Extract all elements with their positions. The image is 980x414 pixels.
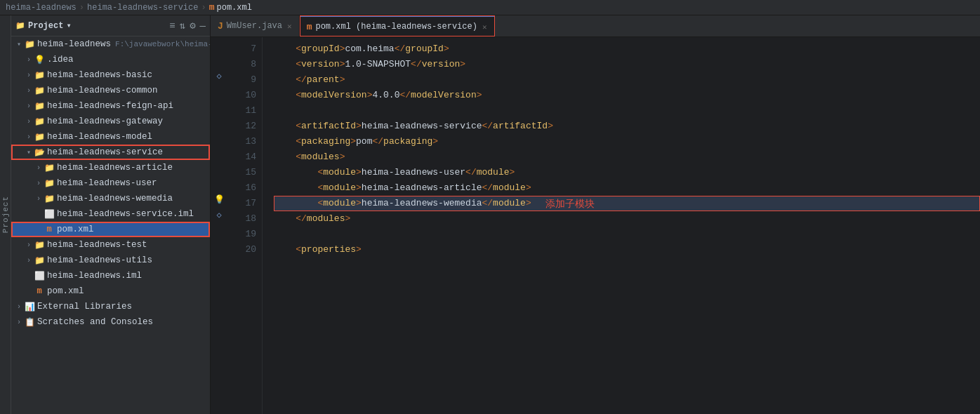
line-num-14: 14: [227, 149, 262, 165]
tree-arrow: ▾: [14, 40, 24, 48]
tree-item-feign-api[interactable]: › 📁 heima-leadnews-feign-api: [11, 98, 210, 114]
xml-file-tab-icon: m: [307, 22, 312, 32]
line-num-8: 8: [227, 57, 262, 72]
tree-label: heima-leadnews: [37, 39, 111, 49]
tree-item-external-libs[interactable]: › 📊 External Libraries: [11, 299, 210, 314]
tree-item-root-iml[interactable]: › ⬜ heima-leadnews.iml: [11, 268, 210, 283]
editor-content: ◇ 💡 ◇ 7 8 9 10 11 12 13: [211, 37, 980, 414]
code-line-17: <module>heima-leadnews-wemedia</module> …: [274, 196, 980, 211]
tree-label: heima-leadnews-service.iml: [57, 209, 194, 219]
project-tree: ▾ 📁 heima-leadnews F:\javawebwork\heima-…: [11, 36, 210, 330]
gutter-14: [211, 145, 227, 161]
tree-item-service[interactable]: ▾ 📂 heima-leadnews-service: [11, 145, 210, 160]
folder-blue-icon: 📁: [44, 162, 55, 173]
tree-arrow: ▾: [24, 148, 34, 156]
xml-icon: m: [34, 286, 45, 297]
tree-label: heima-leadnews-common: [47, 86, 158, 95]
code-line-14: <modules>: [274, 149, 980, 165]
tree-label: pom.xml: [47, 286, 84, 296]
tree-label: heima-leadnews-model: [47, 132, 152, 142]
line-num-7: 7: [227, 41, 262, 57]
folder-blue-icon: 📁: [44, 178, 55, 189]
tree-item-test[interactable]: › 📁 heima-leadnews-test: [11, 237, 210, 253]
gutter-17: 💡: [211, 192, 227, 207]
tree-item-utils[interactable]: › 📁 heima-leadnews-utils: [11, 253, 210, 268]
sidebar: Project 📁 Project ▾ ≡ ⇅ ⚙ —: [0, 15, 211, 414]
line-num-9: 9: [227, 72, 262, 88]
libraries-icon: 📊: [24, 301, 35, 312]
line-num-15: 15: [227, 165, 262, 180]
breadcrumb-part-3[interactable]: m pom.xml: [209, 2, 252, 13]
tree-arrow: ›: [14, 319, 24, 326]
tree-label: Scratches and Consoles: [37, 317, 153, 327]
tree-item-gateway[interactable]: › 📁 heima-leadnews-gateway: [11, 114, 210, 129]
code-line-16: <module>heima-leadnews-article</module>: [274, 180, 980, 196]
tab-wmuser[interactable]: J WmUser.java ✕: [211, 15, 300, 36]
line-num-11: 11: [227, 103, 262, 119]
project-tab-label: Project: [1, 196, 10, 233]
code-line-8: <version>1.0-SNAPSHOT</version>: [274, 57, 980, 72]
sidebar-icon-sort[interactable]: ⇅: [180, 20, 185, 32]
line-num-20: 20: [227, 242, 262, 258]
tree-item-pom-root[interactable]: › m pom.xml: [11, 283, 210, 299]
gutter-10: [211, 84, 227, 99]
tree-item-user[interactable]: › 📁 heima-leadnews-user: [11, 175, 210, 191]
code-line-7: <groupId>com.heima</groupId>: [274, 41, 980, 57]
tree-label: heima-leadnews-utils: [47, 255, 152, 265]
tab-pom[interactable]: m pom.xml (heima-leadnews-service) ✕: [300, 15, 495, 36]
sidebar-icon-list[interactable]: ≡: [169, 20, 175, 32]
sidebar-header-icons: ≡ ⇅ ⚙ —: [169, 20, 206, 32]
editor-area: J WmUser.java ✕ m pom.xml (heima-leadnew…: [211, 15, 980, 414]
tree-item-basic[interactable]: › 📁 heima-leadnews-basic: [11, 67, 210, 83]
gutter-8: [211, 53, 227, 68]
project-folder-icon: 📁: [15, 21, 25, 30]
gutter-7: [211, 37, 227, 53]
tree-label: heima-leadnews.iml: [47, 271, 142, 281]
tree-label: External Libraries: [37, 302, 132, 312]
breadcrumb-sep-1: ›: [79, 3, 84, 13]
tab-close-wmuser[interactable]: ✕: [287, 22, 292, 31]
code-line-11: [274, 103, 980, 119]
breadcrumb-part-2[interactable]: heima-leadnews-service: [87, 3, 198, 13]
sidebar-icon-minimize[interactable]: —: [200, 20, 206, 32]
gutter-16: [211, 176, 227, 192]
breadcrumb-part-1[interactable]: heima-leadnews: [6, 3, 77, 13]
tab-label-pom: pom.xml (heima-leadnews-service): [315, 22, 477, 32]
tree-arrow: ›: [24, 56, 34, 64]
iml-icon: ⬜: [34, 270, 45, 281]
tree-item-service-iml[interactable]: › ⬜ heima-leadnews-service.iml: [11, 206, 210, 222]
sidebar-header: 📁 Project ▾ ≡ ⇅ ⚙ —: [11, 15, 210, 36]
line-num-13: 13: [227, 134, 262, 149]
folder-blue-icon: 📁: [34, 239, 45, 251]
code-line-13: <packaging>pom</packaging>: [274, 134, 980, 149]
tree-arrow: ›: [34, 164, 44, 172]
folder-open-icon: 📂: [34, 147, 45, 158]
tree-item-article[interactable]: › 📁 heima-leadnews-article: [11, 160, 210, 175]
gutter-13: [211, 130, 227, 145]
tree-item-scratches[interactable]: › 📋 Scratches and Consoles: [11, 314, 210, 330]
tree-label: heima-leadnews-article: [57, 163, 173, 173]
code-line-10: <modelVersion>4.0.0</modelVersion>: [274, 88, 980, 103]
tree-label: heima-leadnews-user: [57, 178, 157, 188]
tab-close-pom[interactable]: ✕: [482, 22, 487, 32]
tree-arrow: ›: [34, 180, 44, 187]
tab-label-wmuser: WmUser.java: [227, 21, 282, 31]
line-num-18: 18: [227, 211, 262, 227]
tree-item-heima-leadnews[interactable]: ▾ 📁 heima-leadnews F:\javawebwork\heima-…: [11, 36, 210, 52]
tree-item-pom-service[interactable]: › m pom.xml: [11, 222, 210, 237]
tree-arrow: ›: [14, 303, 24, 311]
tree-label: pom.xml: [57, 225, 94, 234]
tree-label: heima-leadnews-basic: [47, 70, 152, 80]
tree-arrow: ›: [24, 241, 34, 249]
tree-item-common[interactable]: › 📁 heima-leadnews-common: [11, 83, 210, 98]
tree-item-model[interactable]: › 📁 heima-leadnews-model: [11, 129, 210, 145]
sidebar-icon-settings[interactable]: ⚙: [190, 20, 195, 32]
sidebar-dropdown-icon[interactable]: ▾: [66, 20, 71, 31]
tree-item-wemedia[interactable]: › 📁 heima-leadnews-wemedia: [11, 191, 210, 206]
tree-label: .idea: [47, 55, 74, 65]
project-tab[interactable]: Project: [0, 15, 11, 414]
code-area[interactable]: <groupId>com.heima</groupId> <version>1.…: [263, 37, 980, 414]
folder-blue-icon: 📁: [34, 255, 45, 266]
tree-item-idea[interactable]: › 💡 .idea: [11, 52, 210, 67]
gutter-20: [211, 238, 227, 253]
